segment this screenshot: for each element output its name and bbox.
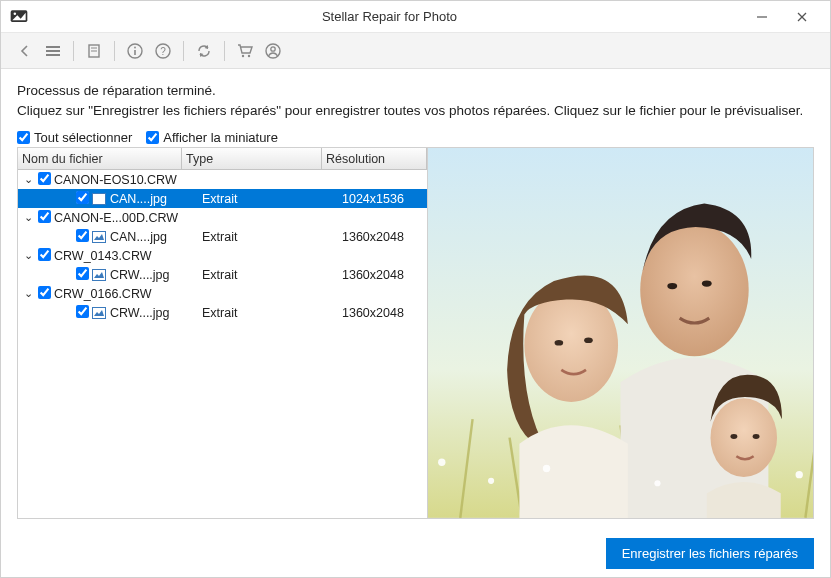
main-panes: Nom du fichier Type Résolution ⌄CANON-EO… (17, 147, 814, 519)
svg-point-42 (640, 223, 748, 356)
file-resolution: 1360x2048 (342, 268, 427, 282)
svg-point-49 (730, 434, 737, 439)
col-header-type[interactable]: Type (182, 148, 322, 169)
svg-point-50 (753, 434, 760, 439)
refresh-button[interactable] (190, 37, 218, 65)
file-name: CRW....jpg (110, 306, 202, 320)
file-type: Extrait (202, 306, 342, 320)
svg-point-53 (543, 465, 550, 472)
file-list-pane: Nom du fichier Type Résolution ⌄CANON-EO… (18, 148, 428, 518)
file-name: CRW_0166.CRW (54, 287, 152, 301)
svg-text:?: ? (160, 46, 166, 57)
svg-point-52 (488, 478, 494, 484)
app-icon (9, 7, 29, 27)
image-icon (92, 307, 110, 319)
file-resolution: 1024x1536 (342, 192, 427, 206)
separator (114, 41, 115, 61)
footer: Enregistrer les fichiers réparés (1, 529, 830, 577)
svg-rect-27 (93, 269, 106, 280)
file-name: CRW....jpg (110, 268, 202, 282)
svg-rect-29 (93, 307, 106, 318)
row-checkbox[interactable] (76, 229, 92, 245)
minimize-button[interactable] (742, 1, 782, 32)
cart-button[interactable] (231, 37, 259, 65)
row-checkbox[interactable] (38, 172, 54, 188)
file-name: CRW_0143.CRW (54, 249, 152, 263)
info-button[interactable] (121, 37, 149, 65)
row-checkbox[interactable] (76, 191, 92, 207)
table-row-parent[interactable]: ⌄CRW_0166.CRW (18, 284, 427, 303)
preview-pane (428, 148, 813, 518)
help-button[interactable]: ? (149, 37, 177, 65)
row-checkbox[interactable] (38, 286, 54, 302)
table-row-child[interactable]: CAN....jpgExtrait1024x1536 (18, 189, 427, 208)
image-icon (92, 269, 110, 281)
col-header-resolution[interactable]: Résolution (322, 148, 427, 169)
preview-image (428, 148, 813, 518)
file-name: CANON-E...00D.CRW (54, 211, 178, 225)
svg-point-55 (796, 471, 803, 478)
close-button[interactable] (782, 1, 822, 32)
svg-point-46 (555, 340, 564, 346)
show-thumbnail-input[interactable] (146, 131, 159, 144)
file-name: CANON-EOS10.CRW (54, 173, 177, 187)
table-row-child[interactable]: CRW....jpgExtrait1360x2048 (18, 303, 427, 322)
svg-point-47 (584, 338, 593, 344)
expand-icon[interactable]: ⌄ (24, 173, 38, 186)
row-checkbox[interactable] (38, 210, 54, 226)
col-header-name[interactable]: Nom du fichier (18, 148, 182, 169)
show-thumbnail-label: Afficher la miniature (163, 130, 278, 145)
select-all-input[interactable] (17, 131, 30, 144)
file-type: Extrait (202, 230, 342, 244)
window-title: Stellar Repair for Photo (37, 9, 742, 24)
select-all-checkbox[interactable]: Tout sélectionner (17, 130, 132, 145)
separator (73, 41, 74, 61)
svg-rect-23 (93, 193, 106, 204)
table-row-child[interactable]: CRW....jpgExtrait1360x2048 (18, 265, 427, 284)
log-button[interactable] (80, 37, 108, 65)
table-header: Nom du fichier Type Résolution (18, 148, 427, 170)
svg-point-20 (248, 54, 250, 56)
options-row: Tout sélectionner Afficher la miniature (17, 130, 814, 145)
status-title: Processus de réparation terminé. (17, 83, 814, 98)
svg-point-51 (438, 459, 445, 466)
content: Processus de réparation terminé. Cliquez… (1, 69, 830, 529)
svg-point-44 (702, 281, 712, 287)
file-name: CAN....jpg (110, 230, 202, 244)
svg-point-22 (271, 46, 275, 50)
show-thumbnail-checkbox[interactable]: Afficher la miniature (146, 130, 278, 145)
file-type: Extrait (202, 268, 342, 282)
svg-point-43 (667, 283, 677, 289)
account-button[interactable] (259, 37, 287, 65)
table-body: ⌄CANON-EOS10.CRWCAN....jpgExtrait1024x15… (18, 170, 427, 518)
table-row-parent[interactable]: ⌄CANON-E...00D.CRW (18, 208, 427, 227)
image-icon (92, 193, 110, 205)
file-resolution: 1360x2048 (342, 230, 427, 244)
row-checkbox[interactable] (76, 305, 92, 321)
titlebar: Stellar Repair for Photo (1, 1, 830, 33)
svg-rect-25 (93, 231, 106, 242)
expand-icon[interactable]: ⌄ (24, 211, 38, 224)
file-resolution: 1360x2048 (342, 306, 427, 320)
svg-point-48 (710, 398, 777, 477)
file-name: CAN....jpg (110, 192, 202, 206)
svg-point-19 (242, 54, 244, 56)
row-checkbox[interactable] (38, 248, 54, 264)
table-row-child[interactable]: CAN....jpgExtrait1360x2048 (18, 227, 427, 246)
table-row-parent[interactable]: ⌄CANON-EOS10.CRW (18, 170, 427, 189)
menu-button[interactable] (39, 37, 67, 65)
back-button[interactable] (11, 37, 39, 65)
save-repaired-button[interactable]: Enregistrer les fichiers réparés (606, 538, 814, 569)
image-icon (92, 231, 110, 243)
expand-icon[interactable]: ⌄ (24, 287, 38, 300)
table-row-parent[interactable]: ⌄CRW_0143.CRW (18, 246, 427, 265)
svg-point-54 (654, 480, 660, 486)
row-checkbox[interactable] (76, 267, 92, 283)
toolbar: ? (1, 33, 830, 69)
expand-icon[interactable]: ⌄ (24, 249, 38, 262)
status-body: Cliquez sur "Enregistrer les fichiers ré… (17, 102, 814, 120)
select-all-label: Tout sélectionner (34, 130, 132, 145)
separator (224, 41, 225, 61)
svg-point-14 (134, 46, 136, 48)
separator (183, 41, 184, 61)
